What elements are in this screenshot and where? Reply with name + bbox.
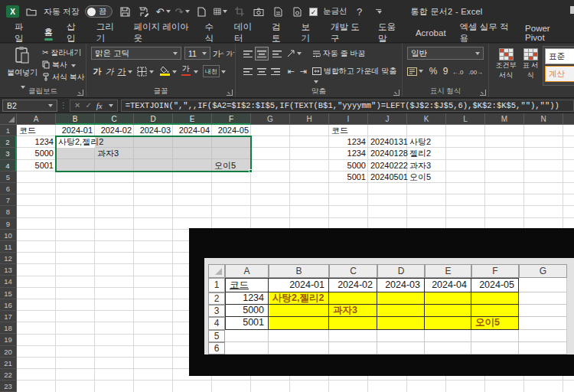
row-header-13[interactable]: 13 xyxy=(0,264,17,276)
ribbon-tab-10[interactable]: 도움말 xyxy=(371,23,409,42)
row-header-12[interactable]: 12 xyxy=(0,253,17,264)
redo-caret-icon[interactable] xyxy=(185,10,190,13)
decrease-indent-button[interactable]: ⇤ xyxy=(285,65,297,77)
row-header-4[interactable]: 4 xyxy=(0,160,17,172)
ribbon-tab-0[interactable]: 파일 xyxy=(8,23,38,42)
row-header-15[interactable]: 15 xyxy=(0,288,17,299)
insert-table-caret-icon[interactable] xyxy=(223,10,227,13)
formula-bar-caret-icon[interactable] xyxy=(109,104,113,107)
row-header-1[interactable]: 1 xyxy=(0,125,17,136)
cell-K5[interactable]: 오이5 xyxy=(407,172,446,183)
row-header-5[interactable]: 5 xyxy=(0,172,17,183)
cell-C3[interactable]: 과자3 xyxy=(95,148,134,159)
column-header-E[interactable]: E xyxy=(173,113,212,125)
enter-button[interactable]: ✓ xyxy=(85,101,91,109)
column-header-L[interactable]: L xyxy=(446,113,485,125)
name-box[interactable]: B2 xyxy=(2,100,57,112)
column-header-I[interactable]: I xyxy=(329,113,368,125)
cell-K3[interactable]: 젤리2 xyxy=(407,148,446,159)
row-header-19[interactable]: 19 xyxy=(0,334,17,345)
italic-button[interactable]: 가 xyxy=(103,65,116,77)
fill-color-button[interactable] xyxy=(158,64,171,77)
row-header-9[interactable]: 9 xyxy=(0,218,17,230)
fill-color-caret-icon[interactable] xyxy=(172,70,177,74)
new-document-icon[interactable] xyxy=(194,5,208,18)
wrap-text-button[interactable]: 자동 줄 바꿈 xyxy=(312,48,365,59)
gridlines-checkbox[interactable]: ✓ xyxy=(309,8,318,16)
column-header-M[interactable]: M xyxy=(485,113,524,125)
row-header-7[interactable]: 7 xyxy=(0,194,17,206)
column-header-O[interactable]: O xyxy=(563,113,574,125)
cell-style-chip-0[interactable]: 표준 xyxy=(545,48,574,64)
increase-indent-button[interactable]: ⇥ xyxy=(297,65,309,77)
column-header-G[interactable]: G xyxy=(251,113,290,125)
document-style-icon-1[interactable] xyxy=(271,5,285,18)
font-name-select[interactable]: 맑은 고딕 xyxy=(91,47,181,60)
merge-center-caret-icon[interactable] xyxy=(314,80,318,83)
row-header-3[interactable]: 3 xyxy=(0,148,17,159)
cell-A3[interactable]: 5000 xyxy=(17,148,56,159)
cell-F1[interactable]: 2024-05 xyxy=(212,125,251,136)
cell-B1[interactable]: 2024-01 xyxy=(56,125,95,136)
comma-style-button[interactable]: 9 xyxy=(439,65,452,77)
save-icon[interactable] xyxy=(118,5,132,18)
shrink-font-button[interactable]: 가ˇ xyxy=(224,47,236,60)
percent-style-button[interactable]: % xyxy=(427,65,439,77)
cell-A4[interactable]: 5001 xyxy=(17,160,56,172)
ribbon-tab-3[interactable]: 그리기 xyxy=(90,23,127,42)
cell-J2[interactable]: 20240131 xyxy=(368,136,407,148)
name-box-caret-icon[interactable] xyxy=(48,104,53,107)
customize-qat-icon[interactable] xyxy=(372,5,386,18)
copy-caret-icon[interactable] xyxy=(71,64,76,67)
ribbon-tab-8[interactable]: 보기 xyxy=(294,23,324,42)
accounting-caret-icon[interactable] xyxy=(419,70,423,73)
font-color-button[interactable]: 가 xyxy=(180,64,192,76)
alignment-dialog-launcher[interactable] xyxy=(393,90,400,96)
column-header-F[interactable]: F xyxy=(212,113,251,125)
ribbon-tab-5[interactable]: 수식 xyxy=(197,23,227,42)
cancel-button[interactable]: ✕ xyxy=(74,101,80,109)
column-header-A[interactable]: A xyxy=(17,113,56,125)
cell-E1[interactable]: 2024-04 xyxy=(173,125,212,136)
document-style-icon-2[interactable] xyxy=(290,5,304,18)
phonetic-button[interactable]: 내천 xyxy=(203,65,220,77)
merge-center-button[interactable]: 병합하고 가운데 맞춤 xyxy=(312,66,402,85)
autosave-toggle[interactable]: 끔 xyxy=(85,5,113,18)
cell-style-chip-1[interactable]: 계산 xyxy=(545,66,574,82)
increase-decimal-button[interactable]: ←.0 xyxy=(452,66,464,78)
row-header-14[interactable]: 14 xyxy=(0,276,17,287)
insert-function-button[interactable]: fx xyxy=(96,101,103,110)
redo-button[interactable]: ↷ xyxy=(175,5,189,18)
cell-F4[interactable]: 오이5 xyxy=(212,160,251,172)
clipboard-dialog-launcher[interactable] xyxy=(77,90,83,96)
cell-J5[interactable]: 20240501 xyxy=(368,172,407,183)
font-size-select[interactable]: 11 xyxy=(184,47,210,60)
cell-B2[interactable]: 사탕2,젤리2 xyxy=(56,136,95,148)
number-dialog-launcher[interactable] xyxy=(480,90,486,96)
column-header-J[interactable]: J xyxy=(368,113,407,125)
format-as-table-button[interactable]: 표 서식 xyxy=(520,46,540,80)
column-header-C[interactable]: C xyxy=(95,113,134,125)
ribbon-tab-7[interactable]: 검토 xyxy=(265,23,295,42)
orientation-button[interactable] xyxy=(286,47,302,60)
select-all-corner[interactable] xyxy=(0,113,17,125)
borders-caret-icon[interactable] xyxy=(149,70,154,74)
align-middle-button[interactable] xyxy=(256,47,268,60)
ribbon-tab-4[interactable]: 페이지 레이아웃 xyxy=(127,23,198,42)
cut-button[interactable]: ✂ 잘라내기 xyxy=(42,47,81,58)
ribbon-tab-13[interactable]: Power Pivot xyxy=(518,23,574,42)
phonetic-caret-icon[interactable] xyxy=(221,70,226,74)
open-folder-icon[interactable] xyxy=(24,5,38,18)
decrease-decimal-button[interactable]: .00→ xyxy=(468,66,483,78)
selection-fill-handle[interactable] xyxy=(249,169,253,173)
undo-caret-icon[interactable] xyxy=(166,10,171,13)
row-header-6[interactable]: 6 xyxy=(0,183,17,194)
underline-button[interactable]: 가 xyxy=(116,65,128,77)
insert-table-icon[interactable] xyxy=(214,5,227,18)
ribbon-tab-1[interactable]: 홈 xyxy=(38,23,60,42)
align-right-button[interactable] xyxy=(269,65,282,77)
borders-button[interactable] xyxy=(135,65,148,77)
bold-button[interactable]: 가 xyxy=(91,65,103,77)
save-as-icon[interactable] xyxy=(137,5,151,18)
column-header-H[interactable]: H xyxy=(290,113,329,125)
